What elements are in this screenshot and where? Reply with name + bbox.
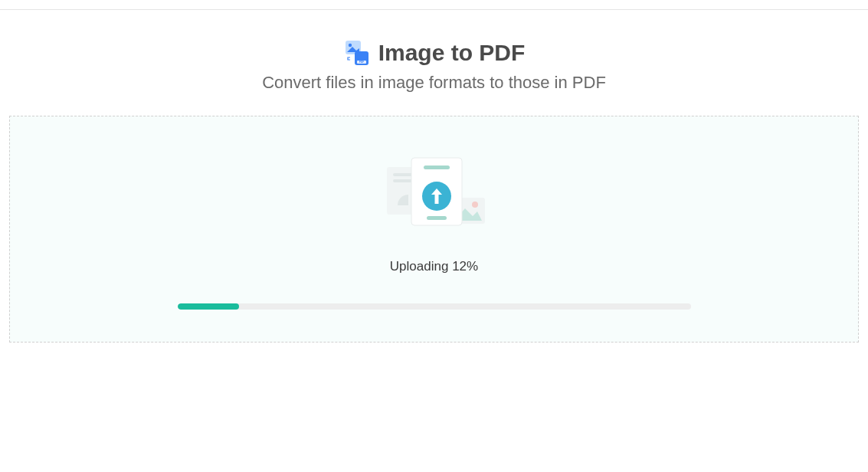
svg-text:PDF: PDF [359, 61, 363, 64]
svg-point-10 [472, 202, 478, 208]
page-header: PDF Image to PDF Convert files in image … [0, 39, 868, 93]
svg-point-1 [348, 44, 351, 47]
svg-rect-12 [424, 166, 450, 169]
upload-status-text: Uploading 12% [10, 259, 858, 274]
page-subtitle: Convert files in image formats to those … [0, 73, 868, 93]
page-title: Image to PDF [378, 40, 526, 66]
upload-progress-bar [178, 303, 691, 310]
upload-dropzone[interactable]: Uploading 12% [9, 116, 859, 343]
upload-progress-fill [178, 303, 239, 310]
title-row: PDF Image to PDF [0, 39, 868, 67]
upload-illustration-icon [373, 153, 496, 238]
svg-rect-14 [427, 216, 447, 220]
top-divider [0, 9, 868, 10]
image-to-pdf-logo-icon: PDF [343, 39, 371, 67]
